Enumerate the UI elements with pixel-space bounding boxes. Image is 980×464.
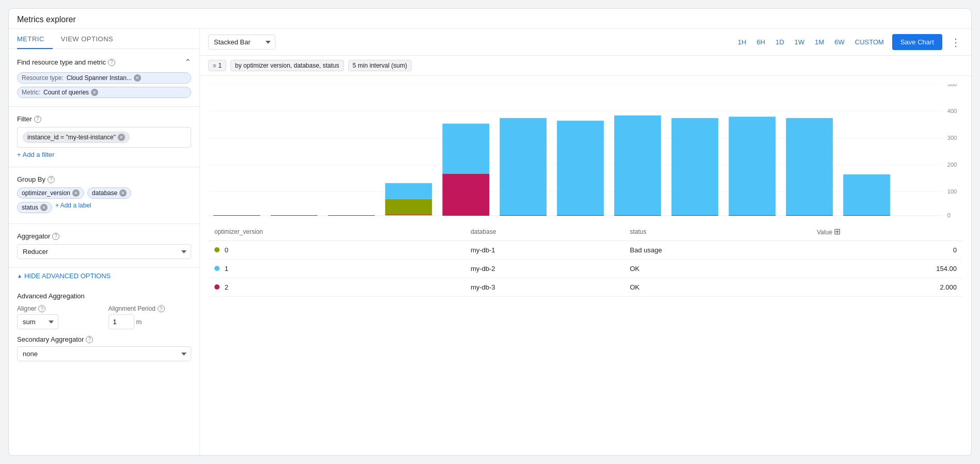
alignment-period-input[interactable] [108, 314, 134, 329]
filter-icon: ≡ [213, 62, 216, 69]
time-btn-6h[interactable]: 6H [755, 36, 768, 48]
svg-text:10:30: 10:30 [689, 218, 702, 218]
save-chart-button[interactable]: Save Chart [892, 34, 942, 50]
aligner-row: Aligner ? sum Alignment Period ? [17, 305, 191, 329]
svg-text:0: 0 [947, 212, 951, 218]
svg-rect-26 [672, 215, 719, 216]
aggregator-select[interactable]: Reducer [17, 244, 191, 259]
add-filter-link[interactable]: + Add a filter [17, 151, 55, 158]
aligner-col: Aligner ? sum [17, 305, 100, 329]
svg-text:9:55: 9:55 [289, 218, 299, 218]
more-options-button[interactable]: ⋮ [948, 35, 963, 50]
resource-type-chip[interactable]: Resource type: Cloud Spanner Instan... ✕ [17, 72, 191, 84]
alignment-period-input-row: m [108, 314, 192, 329]
svg-rect-31 [786, 118, 833, 215]
table-header-row: optimizer_version database status Value … [208, 222, 963, 241]
hide-advanced-link[interactable]: ▲ HIDE ADVANCED OPTIONS [9, 268, 199, 284]
metric-chip[interactable]: Metric: Count of queries ✕ [17, 87, 191, 98]
aggregator-help-icon[interactable]: ? [52, 233, 59, 240]
columns-icon[interactable]: ⊞ [834, 227, 841, 236]
tab-view-options[interactable]: VIEW OPTIONS [61, 29, 121, 49]
th-database: database [464, 222, 624, 241]
td-optimizer-version-0: 0 [208, 241, 464, 260]
chart-type-select[interactable]: Stacked Bar [208, 35, 275, 50]
svg-text:500: 500 [947, 84, 957, 87]
interval-badge[interactable]: 5 min interval (sum) [348, 60, 412, 71]
group-by-chip-2[interactable]: status ✕ [17, 202, 52, 213]
tab-metric[interactable]: METRIC [17, 29, 53, 49]
legend-dot-2 [214, 284, 220, 290]
svg-rect-13 [271, 215, 318, 216]
group-by-chips: optimizer_version ✕ database ✕ [17, 187, 191, 199]
td-value-0: 0 [811, 241, 963, 260]
group-by-chip-2-close[interactable]: ✕ [40, 204, 48, 211]
table-row-0: 0 my-db-1 Bad usage 0 [208, 241, 963, 260]
group-by-chip-1-close[interactable]: ✕ [119, 189, 127, 197]
svg-text:10:15: 10:15 [517, 218, 530, 218]
left-panel: METRIC VIEW OPTIONS Find resource type a… [9, 29, 200, 455]
legend-dot-1 [214, 266, 220, 271]
time-btn-1h[interactable]: 1H [736, 36, 749, 48]
time-btn-6w[interactable]: 6W [832, 36, 847, 48]
svg-text:10:25: 10:25 [631, 218, 645, 218]
svg-rect-27 [672, 118, 719, 215]
group-by-chip-0-close[interactable]: ✕ [72, 189, 80, 197]
td-status-2: OK [624, 278, 811, 297]
table-body: 0 my-db-1 Bad usage 0 1 my-db-2 [208, 241, 963, 297]
time-btn-1m[interactable]: 1M [813, 36, 826, 48]
td-database-1: my-db-2 [464, 260, 624, 278]
time-controls: 1H 6H 1D 1W 1M 6W CUSTOM Save Chart ⋮ [736, 34, 963, 50]
group-by-chip-1[interactable]: database ✕ [87, 187, 131, 199]
tabs-bar: METRIC VIEW OPTIONS [9, 29, 199, 49]
group-by-badge[interactable]: by optimizer version, database, status [230, 60, 344, 71]
aligner-label: Aligner ? [17, 305, 100, 312]
app-title: Metrics explorer [9, 9, 971, 29]
group-by-section: Group By ? optimizer_version ✕ database … [9, 167, 199, 224]
filter-chip[interactable]: instance_id = "my-test-instance" ✕ [23, 132, 130, 143]
metric-close[interactable]: ✕ [91, 89, 98, 96]
collapse-button[interactable]: ⌃ [184, 57, 191, 67]
chart-wrapper: 500 400 300 200 100 0 [208, 84, 963, 218]
svg-rect-20 [500, 215, 547, 216]
svg-rect-19 [442, 123, 489, 173]
svg-text:10:45: 10:45 [860, 218, 874, 218]
th-optimizer-version: optimizer_version [208, 222, 464, 241]
svg-rect-17 [385, 183, 432, 199]
aligner-select[interactable]: sum [17, 314, 58, 329]
group-by-help-icon[interactable]: ? [48, 176, 55, 183]
svg-rect-14 [328, 215, 375, 216]
svg-text:10:20: 10:20 [574, 218, 587, 218]
time-btn-1w[interactable]: 1W [792, 36, 807, 48]
svg-rect-33 [843, 174, 890, 215]
svg-rect-22 [557, 215, 604, 216]
alignment-period-col: Alignment Period ? m [108, 305, 192, 329]
th-value: Value ⊞ [811, 222, 963, 241]
filter-input-box[interactable]: instance_id = "my-test-instance" ✕ [17, 127, 191, 148]
resource-type-close[interactable]: ✕ [134, 74, 141, 82]
secondary-aggregator-label: Secondary Aggregator ? [17, 335, 191, 343]
filter-section: Filter ? instance_id = "my-test-instance… [9, 107, 199, 167]
secondary-aggregator-select[interactable]: none [17, 346, 191, 361]
svg-rect-18 [442, 173, 489, 216]
main-content: METRIC VIEW OPTIONS Find resource type a… [9, 29, 971, 455]
svg-text:400: 400 [947, 108, 957, 114]
resource-help-icon[interactable]: ? [108, 59, 115, 66]
time-btn-1d[interactable]: 1D [773, 36, 786, 48]
filter-help-icon[interactable]: ? [34, 116, 41, 123]
td-status-0: Bad usage [624, 241, 811, 260]
svg-text:10:05: 10:05 [402, 218, 415, 218]
filter-chip-close[interactable]: ✕ [118, 134, 125, 141]
alignment-period-help-icon[interactable]: ? [158, 305, 165, 312]
chart-toolbar: Stacked Bar 1H 6H 1D 1W 1M 6W CUSTOM Sav… [200, 29, 971, 56]
table-header: optimizer_version database status Value … [208, 222, 963, 241]
legend-dot-0 [214, 247, 220, 252]
group-by-chip-0[interactable]: optimizer_version ✕ [17, 187, 84, 199]
add-label-link[interactable]: + Add a label [55, 202, 91, 213]
svg-rect-28 [729, 215, 776, 216]
secondary-aggregator-help-icon[interactable]: ? [86, 336, 93, 343]
data-table: optimizer_version database status Value … [208, 222, 963, 297]
time-btn-custom[interactable]: CUSTOM [853, 36, 886, 48]
aligner-help-icon[interactable]: ? [38, 305, 45, 312]
svg-rect-23 [557, 121, 604, 215]
filter-badge[interactable]: ≡ 1 [208, 60, 226, 71]
